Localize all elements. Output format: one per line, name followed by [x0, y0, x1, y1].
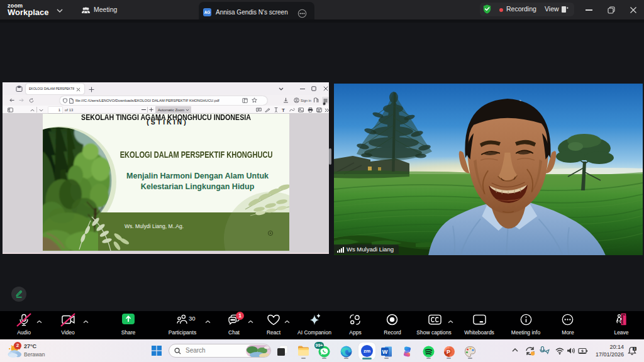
svg-text:W: W — [382, 349, 388, 355]
svg-text:P: P — [447, 349, 450, 355]
svg-text:3: 3 — [634, 347, 636, 351]
